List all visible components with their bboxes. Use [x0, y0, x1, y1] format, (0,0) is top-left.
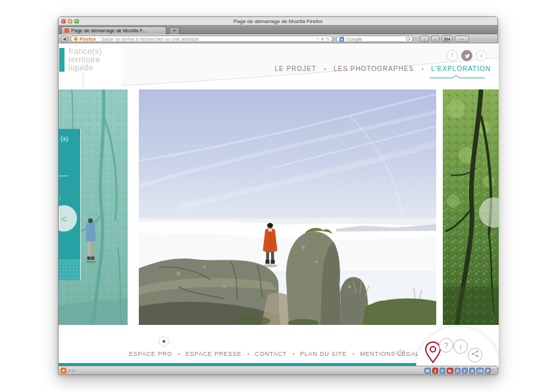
addon-toggle-cookies[interactable]: C [455, 368, 461, 374]
panel-divider-line [59, 176, 68, 176]
window-resize-grip[interactable] [491, 368, 497, 374]
nav-item-le-projet[interactable]: LE PROJET [274, 65, 316, 72]
active-nav-underline [430, 75, 485, 79]
footer-separator-bullet: ▪ [293, 352, 294, 356]
panel-text-fragment: (s) [61, 135, 68, 142]
twitter-bird-icon [464, 53, 470, 59]
statusbar-mark [68, 370, 71, 372]
status-bar: JS J F SL C I A CS P [59, 366, 497, 374]
panel-text-colon: : [59, 195, 61, 201]
search-placeholder: Google [346, 36, 404, 42]
new-tab-button[interactable]: + [169, 27, 180, 34]
twitter-icon[interactable] [461, 50, 472, 61]
main-photo[interactable] [139, 89, 436, 325]
footer-separator-bullet: ▪ [247, 352, 249, 356]
tab-favicon-icon [64, 28, 69, 33]
extension-buttons[interactable]: ▫▫ [455, 36, 469, 42]
footer-separator-bullet: ▪ [353, 352, 354, 356]
main-navigation: LE PROJET ▪ LES PHOTOGRAPHES ▪ L'EXPLORA… [274, 65, 491, 72]
logo-line-1: france(s) [68, 47, 102, 56]
site-identity-icon [74, 37, 78, 41]
statusbar-mark [72, 370, 75, 372]
share-button[interactable] [468, 348, 482, 362]
logo-vertical-line [83, 74, 84, 89]
addon-toggle-css[interactable]: CS [476, 368, 484, 374]
addon-toggle-images[interactable]: I [462, 368, 468, 374]
nav-item-label: L'EXPLORATION [431, 65, 491, 72]
addon-toggle-silverlight[interactable]: SL [447, 368, 453, 374]
bookmark-star-icon[interactable]: ☆ [315, 36, 319, 42]
tab-start-page[interactable]: Page de démarrage de Mozilla F... [61, 26, 166, 34]
home-button[interactable]: ⌂ [431, 36, 440, 42]
search-icon[interactable] [406, 37, 410, 41]
photo-info-panel: (s) : [59, 129, 81, 280]
reload-icon[interactable]: ↻ [326, 36, 330, 42]
vimeo-icon[interactable]: v [476, 50, 487, 61]
search-input[interactable]: g Google [336, 36, 413, 42]
next-photo-thumbnail[interactable] [443, 89, 499, 325]
site-identity-label: Firefox [80, 36, 96, 42]
downloads-button[interactable]: ↓ [420, 36, 429, 42]
back-button[interactable]: ◀ [61, 36, 68, 43]
browser-window: Page de démarrage de Mozilla Firefox Pag… [58, 16, 498, 375]
addon-toggle-flash[interactable]: F [440, 368, 445, 374]
page-viewport: france(s) territoire liquide f v LE PROJ… [59, 43, 499, 367]
search-engine-icon[interactable]: g [340, 37, 344, 41]
sound-toggle-icon[interactable] [395, 349, 407, 357]
addon-orange-icon[interactable] [61, 368, 66, 374]
window-title: Page de démarrage de Mozilla Firefox [59, 18, 497, 24]
info-button[interactable]: i [453, 339, 468, 354]
footer-link-espace-pro[interactable]: ESPACE PRO [129, 351, 172, 357]
social-links: f v [447, 50, 487, 61]
panel-dotted-footer [59, 259, 80, 280]
addon-toggle-java[interactable]: J [432, 368, 438, 374]
nav-separator-bullet: ▪ [422, 66, 423, 72]
tab-title: Page de démarrage de Mozilla F... [71, 28, 146, 34]
navigation-toolbar: ◀ Firefox | Saisir un terme à rechercher… [59, 34, 497, 43]
logo-teal-block [59, 48, 64, 72]
site-logo[interactable]: france(s) territoire liquide [68, 47, 102, 72]
footer-link-espace-presse[interactable]: ESPACE PRESSE [186, 351, 241, 357]
window-titlebar[interactable]: Page de démarrage de Mozilla Firefox [59, 17, 497, 26]
facebook-icon[interactable]: f [447, 50, 458, 61]
footer-separator-bullet: ▪ [178, 352, 180, 356]
footer-link-plan-du-site[interactable]: PLAN DU SITE [300, 351, 347, 357]
addon-toggle-proxy[interactable]: P [485, 368, 491, 374]
footer-link-contact[interactable]: CONTACT [255, 351, 286, 357]
red-dot-button[interactable] [159, 336, 169, 347]
share-icon [471, 350, 479, 358]
url-dropdown-icon[interactable]: ▾ [322, 36, 324, 42]
url-separator: | [98, 37, 99, 41]
nav-separator-bullet: ▪ [324, 66, 326, 72]
url-bar-icons: ☆ ▾ ↻ [315, 36, 330, 42]
addon-toggle-animations[interactable]: A [469, 368, 475, 374]
quickjava-addon-bar: JS J F SL C I A CS P [424, 368, 491, 374]
nav-item-l-exploration[interactable]: L'EXPLORATION [431, 65, 491, 72]
help-button[interactable]: ? [439, 338, 453, 353]
bookmarks-button[interactable]: ▤▾ [441, 36, 453, 42]
url-placeholder: Saisir un terme à rechercher ou une adre… [101, 36, 199, 42]
logo-line-3: liquide [68, 64, 102, 72]
chevron-left-icon: < [61, 213, 67, 224]
site-header: france(s) territoire liquide f v LE PROJ… [59, 43, 499, 89]
url-bar[interactable]: Firefox | Saisir un terme à rechercher o… [70, 36, 333, 42]
addon-toggle-js[interactable]: JS [424, 368, 431, 374]
nav-item-les-photographes[interactable]: LES PHOTOGRAPHES [334, 65, 414, 72]
tab-bar: Page de démarrage de Mozilla F... + [59, 26, 497, 34]
